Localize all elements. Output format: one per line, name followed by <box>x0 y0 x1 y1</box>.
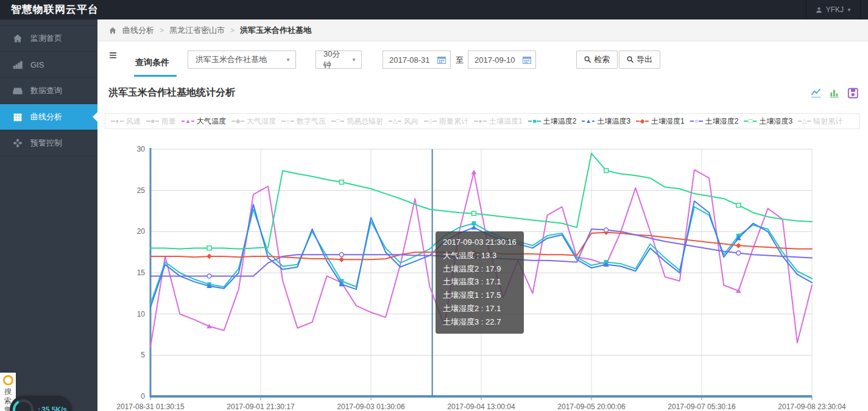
y-axis-tick-label: 10 <box>137 310 146 318</box>
legend-label: 风速 <box>126 116 141 127</box>
network-speed-widget[interactable]: ↑35.5K/s <box>10 396 72 411</box>
legend-marker-icon: ● <box>111 121 124 122</box>
signal-icon <box>13 60 23 69</box>
date-range-to-label: 至 <box>456 55 464 66</box>
breadcrumb-item-city[interactable]: 黑龙江省密山市 <box>169 25 225 36</box>
sidebar-item-label: 监测首页 <box>30 33 62 44</box>
search-icon <box>584 56 591 63</box>
x-axis-tick-label: 2017-09-01 21:30:17 <box>227 402 295 411</box>
y-axis-tick-label: 0 <box>141 392 145 401</box>
date-to-input[interactable]: 2017-09-10 <box>468 51 536 69</box>
legend-label: 大气温度 <box>197 116 226 127</box>
home-icon[interactable] <box>108 26 117 35</box>
legend-marker-icon: ■ <box>528 121 541 122</box>
line-chart-icon[interactable] <box>811 88 822 99</box>
legend-label: 土壤温度1 <box>489 116 523 127</box>
legend-marker-icon: □ <box>331 121 344 122</box>
chevron-down-icon: ▼ <box>286 57 291 63</box>
legend-item-5[interactable]: □简易总辐射 <box>331 116 383 127</box>
interval-select-value: 30分钟 <box>323 49 347 71</box>
legend-label: 雨量累计 <box>439 116 468 127</box>
legend-label: 雨量 <box>161 116 176 127</box>
chart-toolbox <box>811 88 859 99</box>
legend-item-6[interactable]: △风向 <box>389 116 418 127</box>
legend-item-11[interactable]: ◆土壤湿度1 <box>636 116 685 127</box>
legend-marker-icon: □ <box>744 121 757 122</box>
home-icon <box>13 33 23 43</box>
grid-icon <box>13 112 23 122</box>
site-select[interactable]: 洪军玉米合作社基地 ▼ <box>188 51 296 69</box>
sidebar-item-alert-control[interactable]: 预警控制 <box>0 130 97 156</box>
hamburger-icon[interactable]: ≡ <box>109 47 117 63</box>
search-button[interactable]: 检索 <box>576 51 618 69</box>
legend-marker-icon: △ <box>389 121 401 122</box>
x-axis-tick-label: 2017-09-03 01:30:06 <box>337 402 405 411</box>
legend-marker-icon: ▲ <box>582 121 595 122</box>
breadcrumb-item-curve-analysis[interactable]: 曲线分析 <box>122 25 154 36</box>
chart-area[interactable]: 2017-08-31 01:30:152017-09-01 21:30:1720… <box>97 137 868 411</box>
page: 智慧物联网云平台 YFKJ ▼ 监测首页GIS数据查询曲线分析预警控制 曲线分析… <box>0 0 868 411</box>
breadcrumb-separator: > <box>160 26 164 35</box>
legend-item-4[interactable]: ○数字气压 <box>281 116 326 127</box>
chevron-down-icon: ▼ <box>847 7 852 13</box>
x-axis-tick-label: 2017-09-08 23:30:04 <box>778 402 846 411</box>
sidebar-item-gis[interactable]: GIS <box>0 52 97 78</box>
date-to-value: 2017-09-10 <box>475 55 515 65</box>
export-button[interactable]: 导出 <box>619 51 660 69</box>
sidebar-item-label: 曲线分析 <box>30 111 62 122</box>
search-icon <box>627 56 634 63</box>
legend-label: 简易总辐射 <box>347 116 383 127</box>
legend-item-3[interactable]: ◆大气湿度 <box>231 116 276 127</box>
legend-label: 数字气压 <box>297 116 326 127</box>
bar-chart-icon[interactable] <box>829 88 841 99</box>
chevron-down-icon: ▼ <box>351 57 356 63</box>
y-axis-tick-label: 30 <box>137 145 146 153</box>
legend-label: 风向 <box>404 116 418 127</box>
legend-label: 辐射累计 <box>813 116 842 127</box>
tab-query-conditions[interactable]: 查询条件 <box>135 57 169 68</box>
interval-select[interactable]: 30分钟 ▼ <box>316 51 362 69</box>
network-speed-value: 35.5K/s <box>41 406 67 411</box>
legend-item-2[interactable]: ▲大气温度 <box>182 116 226 127</box>
calendar-icon <box>437 56 446 64</box>
sidebar-item-data-query[interactable]: 数据查询 <box>0 78 97 104</box>
save-image-icon[interactable] <box>847 88 859 99</box>
legend-item-12[interactable]: ○土壤湿度2 <box>690 116 739 127</box>
expand-icon <box>13 138 23 148</box>
legend-item-9[interactable]: ■土壤温度2 <box>528 116 577 127</box>
sidebar-item-label: GIS <box>30 60 44 69</box>
speed-gauge-icon <box>13 399 34 411</box>
date-from-input[interactable]: 2017-08-31 <box>383 51 451 69</box>
legend-marker-icon: ● <box>474 121 487 122</box>
legend-item-10[interactable]: ▲土壤温度3 <box>582 116 630 127</box>
sidebar-item-label: 预警控制 <box>30 138 62 149</box>
legend-item-13[interactable]: □土壤湿度3 <box>744 116 792 127</box>
legend-marker-icon: △ <box>798 121 811 122</box>
chart-legend: ●风速■雨量▲大气温度◆大气湿度○数字气压□简易总辐射△风向◇雨量累计●土壤温度… <box>105 113 860 129</box>
legend-marker-icon: ◆ <box>636 121 649 122</box>
legend-item-8[interactable]: ●土壤温度1 <box>474 116 523 127</box>
x-axis-tick-label: 2017-09-07 05:30:16 <box>668 402 736 411</box>
legend-item-14[interactable]: △辐射累计 <box>798 116 842 127</box>
x-axis-tick-label: 2017-09-04 13:00:04 <box>447 402 515 411</box>
legend-item-1[interactable]: ■雨量 <box>146 116 176 127</box>
sidebar-item-curve-analysis[interactable]: 曲线分析 <box>0 104 97 130</box>
user-menu[interactable]: YFKJ ▼ <box>806 0 861 19</box>
sidebar-item-monitor-home[interactable]: 监测首页 <box>0 26 97 52</box>
export-button-label: 导出 <box>637 54 652 65</box>
legend-label: 土壤温度3 <box>597 116 630 127</box>
legend-marker-icon: ○ <box>281 121 294 122</box>
x-axis-tick-label: 2017-08-31 01:30:15 <box>116 402 185 411</box>
legend-item-0[interactable]: ●风速 <box>111 116 141 127</box>
app-header: 智慧物联网云平台 YFKJ ▼ <box>0 0 868 19</box>
query-toolbar: ≡ 查询条件 洪军玉米合作社基地 ▼ 30分钟 ▼ 2017-08-31 至 2… <box>97 41 868 80</box>
date-from-value: 2017-08-31 <box>389 55 430 65</box>
x-axis-tick-label: 2017-09-05 20:00:06 <box>557 402 626 411</box>
legend-item-7[interactable]: ◇雨量累计 <box>424 116 468 127</box>
search-button-label: 检索 <box>594 54 610 65</box>
legend-label: 土壤温度2 <box>543 116 577 127</box>
inbox-icon <box>13 86 23 96</box>
legend-label: 土壤湿度3 <box>759 116 792 127</box>
calendar-icon <box>523 56 531 64</box>
y-axis-tick-label: 25 <box>137 186 146 195</box>
